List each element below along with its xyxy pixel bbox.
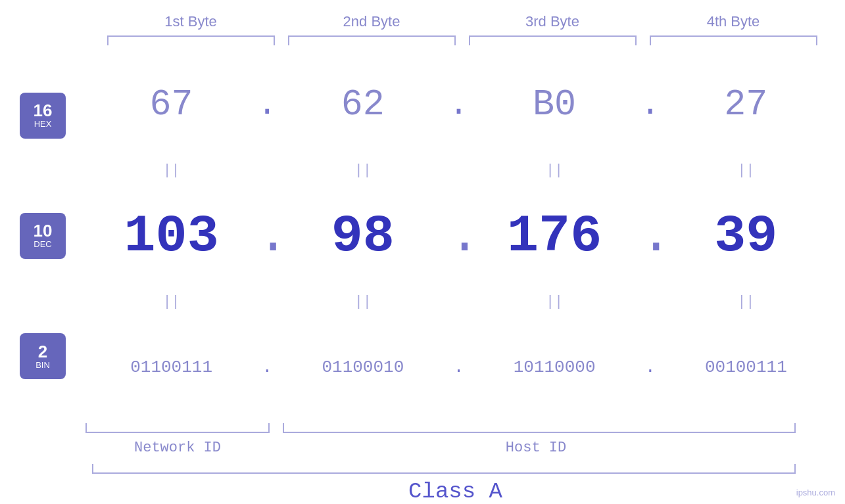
- hex-cell-2: 62: [277, 84, 448, 126]
- dot-dec-1: .: [257, 206, 277, 266]
- bracket-top-3: [469, 35, 637, 45]
- eq1-2: ||: [277, 162, 448, 179]
- eq2-3: ||: [469, 294, 640, 310]
- dec-val-3: 176: [507, 206, 602, 266]
- bracket-top-4: [650, 35, 817, 45]
- equals-row-2: || || || ||: [85, 292, 832, 311]
- class-label: Class A: [79, 479, 832, 504]
- eq1-1: ||: [85, 162, 257, 179]
- dot-dec-2: .: [449, 206, 469, 266]
- host-bracket: [283, 423, 796, 433]
- dec-name: DEC: [34, 239, 51, 250]
- id-labels: Network ID Host ID: [79, 440, 802, 456]
- bin-val-2: 01100010: [322, 357, 404, 377]
- dot-bin-3: .: [640, 357, 660, 377]
- eq2-2: ||: [277, 294, 448, 310]
- hex-cell-1: 67: [85, 84, 257, 126]
- bin-row: 01100111 . 01100010 . 10110000 . 0010011…: [85, 311, 832, 423]
- bracket-top-1: [107, 35, 275, 45]
- bin-cell-1: 01100111: [85, 357, 257, 377]
- network-id-label: Network ID: [85, 440, 270, 456]
- bin-name: BIN: [36, 360, 50, 371]
- bin-cell-3: 10110000: [469, 357, 640, 377]
- data-grid: 67 . 62 . B0 . 27 || ||: [85, 49, 845, 423]
- eq2-4: ||: [660, 294, 832, 310]
- dot-2: .: [449, 86, 469, 124]
- dot-bin-1: .: [257, 357, 277, 377]
- dec-cell-2: 98: [277, 206, 448, 266]
- dec-badge: 10 DEC: [20, 213, 66, 259]
- dec-val-2: 98: [331, 206, 395, 266]
- hex-name: HEX: [34, 119, 52, 129]
- equals-row-1: || || || ||: [85, 160, 832, 180]
- dec-number: 10: [34, 222, 53, 239]
- main-container: 1st Byte 2nd Byte 3rd Byte 4th Byte 16 H…: [0, 0, 845, 504]
- bin-number: 2: [38, 343, 47, 360]
- hex-row: 67 . 62 . B0 . 27: [85, 49, 832, 160]
- content-area: 16 HEX 10 DEC 2 BIN 67 . 62: [0, 49, 845, 423]
- dec-val-4: 39: [714, 206, 777, 266]
- bin-cell-4: 00100111: [660, 357, 832, 377]
- hex-val-3: B0: [533, 84, 576, 126]
- byte1-header: 1st Byte: [101, 13, 281, 35]
- bottom-brackets: [79, 423, 802, 436]
- hex-val-4: 27: [724, 84, 767, 126]
- class-bracket: [92, 464, 796, 474]
- dot-bin-2: .: [449, 357, 469, 377]
- dec-cell-1: 103: [85, 206, 257, 266]
- dot-dec-3: .: [640, 206, 660, 266]
- bin-val-3: 10110000: [514, 357, 596, 377]
- top-brackets: [101, 35, 824, 49]
- bottom-section: Network ID Host ID Class A: [0, 423, 845, 504]
- hex-cell-4: 27: [660, 84, 832, 126]
- hex-val-2: 62: [341, 84, 385, 126]
- byte-headers: 1st Byte 2nd Byte 3rd Byte 4th Byte: [101, 13, 824, 35]
- network-bracket: [85, 423, 270, 433]
- base-labels: 16 HEX 10 DEC 2 BIN: [0, 49, 85, 423]
- byte4-header: 4th Byte: [643, 13, 824, 35]
- eq2-1: ||: [85, 294, 257, 310]
- class-bracket-area: [79, 464, 802, 474]
- hex-badge: 16 HEX: [20, 93, 66, 139]
- dot-1: .: [257, 86, 277, 124]
- byte3-header: 3rd Byte: [462, 13, 643, 35]
- host-id-label: Host ID: [270, 440, 802, 456]
- dot-3: .: [640, 86, 660, 124]
- dec-row: 103 . 98 . 176 . 39: [85, 180, 832, 292]
- bin-val-4: 00100111: [705, 357, 787, 377]
- dec-cell-3: 176: [469, 206, 640, 266]
- bracket-top-2: [288, 35, 456, 45]
- bin-val-1: 01100111: [130, 357, 212, 377]
- hex-val-1: 67: [150, 84, 193, 126]
- dec-cell-4: 39: [660, 206, 832, 266]
- bin-badge: 2 BIN: [20, 333, 66, 379]
- eq1-3: ||: [469, 162, 640, 179]
- bin-cell-2: 01100010: [277, 357, 448, 377]
- hex-cell-3: B0: [469, 84, 640, 126]
- eq1-4: ||: [660, 162, 832, 179]
- watermark: ipshu.com: [796, 488, 835, 497]
- byte2-header: 2nd Byte: [281, 13, 462, 35]
- dec-val-1: 103: [124, 206, 219, 266]
- hex-number: 16: [34, 102, 53, 119]
